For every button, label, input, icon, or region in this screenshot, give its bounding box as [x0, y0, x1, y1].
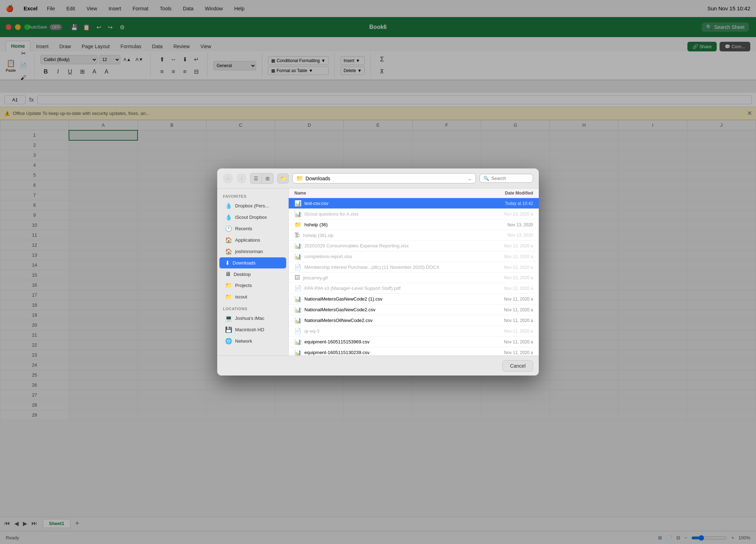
file-type-icon: 📊: [294, 296, 302, 302]
sidebar-item-label-network: Network: [235, 338, 252, 344]
dialog-overlay: ‹ › ☰ ⊞ 📁 📁 Downloads ⌄ 🔍 Favorites: [0, 0, 756, 544]
sidebar-item-label-dropbox: Dropbox (Pers...: [235, 203, 269, 208]
dialog-search-box: 🔍: [479, 174, 533, 183]
file-type-icon: 📊: [294, 306, 302, 313]
dialog-search-input[interactable]: [491, 176, 529, 181]
file-type-icon: 📄: [294, 264, 302, 271]
list-item[interactable]: 📄KPA PIIA v3 (Manager-Level Support Staf…: [289, 283, 539, 294]
dialog-toolbar: ‹ › ☰ ⊞ 📁 📁 Downloads ⌄ 🔍: [217, 168, 539, 188]
file-name: hshelp (36).zip: [303, 233, 476, 238]
locations-section-title: Locations: [217, 305, 288, 312]
file-type-icon: 🖼: [294, 274, 300, 281]
file-dialog: ‹ › ☰ ⊞ 📁 📁 Downloads ⌄ 🔍 Favorites: [217, 168, 539, 376]
dialog-list-view-button[interactable]: ☰: [250, 173, 262, 183]
joshinnorman-icon: 🏠: [225, 248, 232, 255]
file-type-icon: 📊: [294, 211, 302, 217]
file-name: equipment-1605115130239.csv: [304, 350, 476, 355]
dialog-forward-button[interactable]: ›: [237, 173, 247, 183]
dialog-body: Favorites 💧 Dropbox (Pers... 💧 iScout Dr…: [217, 188, 539, 356]
dialog-file-list[interactable]: Name Date Modified 📊test-csv.csvToday at…: [289, 188, 539, 356]
file-date: Nov 13, 2020: [476, 222, 533, 227]
dialog-view-buttons: ☰ ⊞: [250, 173, 274, 184]
sidebar-item-label-downloads: Downloads: [233, 260, 255, 266]
list-item[interactable]: 🖼jimcarrey.gifNov 12, 2020 a: [289, 273, 539, 283]
sidebar-item-label-projects: Projects: [235, 283, 252, 288]
sidebar-item-label-applications: Applications: [235, 237, 260, 243]
list-item[interactable]: 🗜hshelp (36).zipNov 13, 2020: [289, 230, 539, 241]
dialog-columns-view-button[interactable]: ⊞: [262, 173, 273, 183]
file-type-icon: 📄: [294, 285, 302, 292]
file-type-icon: 📊: [294, 242, 302, 249]
sidebar-item-applications[interactable]: 🏠 Applications: [219, 235, 286, 246]
file-type-icon: 🗜: [294, 232, 300, 238]
sidebar-item-network[interactable]: 🌐 Network: [219, 336, 286, 347]
file-rows-container: 📊test-csv.csvToday at 10:42📊iScout quest…: [289, 198, 539, 356]
list-item[interactable]: 📊NationalMetersGasNewCode2.csvNov 11, 20…: [289, 304, 539, 315]
sidebar-item-projects[interactable]: 📁 Projects: [219, 280, 286, 291]
file-date: Nov 13, 2020 a: [476, 243, 533, 248]
dialog-footer: Cancel: [217, 356, 539, 376]
list-item[interactable]: 📊test-csv.csvToday at 10:42: [289, 198, 539, 209]
sidebar-item-joshua-imac[interactable]: 💻 Joshua's iMac: [219, 313, 286, 324]
list-item[interactable]: 📊NationalMetersGasNewCode2 (1).csvNov 11…: [289, 294, 539, 304]
file-date: Nov 11, 2020 a: [476, 307, 533, 312]
file-type-icon: 📊: [294, 338, 302, 345]
file-date: Nov 13, 2020: [476, 233, 533, 238]
recents-icon: 🕐: [225, 225, 232, 232]
file-name: completions-report.xlsx: [304, 254, 476, 259]
file-type-icon: 📄: [294, 328, 302, 334]
dialog-folder-button[interactable]: 📁: [277, 173, 289, 183]
file-name: test-csv.csv: [304, 201, 476, 206]
iscout-icon: 📁: [225, 293, 232, 300]
sidebar-item-label-desktop: Desktop: [234, 272, 251, 277]
list-item[interactable]: 📊20201029 Consummables Expense Reporting…: [289, 241, 539, 251]
dialog-location-bar[interactable]: 📁 Downloads ⌄: [292, 173, 476, 183]
sidebar-item-macintosh-hd[interactable]: 💾 Macintosh HD: [219, 324, 286, 335]
file-date: Nov 12, 2020 a: [476, 275, 533, 280]
list-item[interactable]: 📊iScout questions for A.xlsxNov 13, 2020…: [289, 209, 539, 220]
list-item[interactable]: 📄qr-eq-3Nov 11, 2020 a: [289, 326, 539, 337]
sidebar-item-downloads[interactable]: ⬇ Downloads: [219, 257, 286, 268]
file-list-header: Name Date Modified: [289, 188, 539, 198]
file-date: Nov 12, 2020 a: [476, 286, 533, 291]
list-item[interactable]: 📄Membership Interest Purchase...(dtc) (1…: [289, 262, 539, 273]
sidebar-item-desktop[interactable]: 🖥 Desktop: [219, 269, 286, 279]
cancel-button[interactable]: Cancel: [502, 360, 533, 372]
file-name: NationalMetersGasNewCode2.csv: [304, 307, 476, 312]
sidebar-item-iscout[interactable]: 📁 iscout: [219, 291, 286, 302]
list-item[interactable]: 📊NationalMetersOilNewCode2.csvNov 11, 20…: [289, 315, 539, 326]
sidebar-item-label-iscout-dropbox: iScout Dropbox: [235, 215, 267, 220]
col-name-header: Name: [294, 191, 476, 196]
sidebar-item-dropbox[interactable]: 💧 Dropbox (Pers...: [219, 200, 286, 211]
list-item[interactable]: 📊equipment-1605115130239.csvNov 11, 2020…: [289, 347, 539, 356]
list-item[interactable]: 📊equipment-1605115153969.csvNov 11, 2020…: [289, 337, 539, 347]
file-date: Nov 11, 2020 a: [476, 339, 533, 344]
file-date: Nov 11, 2020 a: [476, 297, 533, 302]
projects-icon: 📁: [225, 282, 232, 289]
file-name: qr-eq-3: [304, 328, 476, 334]
file-type-icon: 📊: [294, 317, 302, 324]
list-item[interactable]: 📁hshelp (36)Nov 13, 2020: [289, 220, 539, 230]
file-date: Nov 13, 2020 a: [476, 212, 533, 217]
file-name: 20201029 Consummables Expense Reporting.…: [304, 243, 476, 248]
downloads-icon: ⬇: [225, 260, 230, 266]
sidebar-item-iscout-dropbox[interactable]: 💧 iScout Dropbox: [219, 212, 286, 223]
file-type-icon: 📊: [294, 253, 302, 260]
file-type-icon: 📊: [294, 200, 302, 207]
file-date: Nov 11, 2020 a: [476, 318, 533, 323]
file-name: iScout questions for A.xlsx: [304, 211, 476, 217]
network-icon: 🌐: [225, 338, 232, 344]
dropbox-icon: 💧: [225, 202, 232, 209]
sidebar-item-label-macintosh-hd: Macintosh HD: [235, 327, 264, 332]
file-name: NationalMetersOilNewCode2.csv: [304, 318, 476, 323]
sidebar-item-recents[interactable]: 🕐 Recents: [219, 223, 286, 234]
sidebar-item-joshinnorman[interactable]: 🏠 joshinnorman: [219, 246, 286, 257]
macintosh-hd-icon: 💾: [225, 326, 232, 333]
list-item[interactable]: 📊completions-report.xlsxNov 12, 2020 a: [289, 251, 539, 262]
file-date: Nov 12, 2020 a: [476, 265, 533, 270]
file-type-icon: 📁: [294, 221, 302, 228]
col-date-header: Date Modified: [476, 191, 533, 196]
dialog-back-button[interactable]: ‹: [223, 173, 233, 183]
file-date: Nov 11, 2020 a: [476, 329, 533, 334]
sidebar-item-label-iscout: iscout: [235, 294, 247, 299]
